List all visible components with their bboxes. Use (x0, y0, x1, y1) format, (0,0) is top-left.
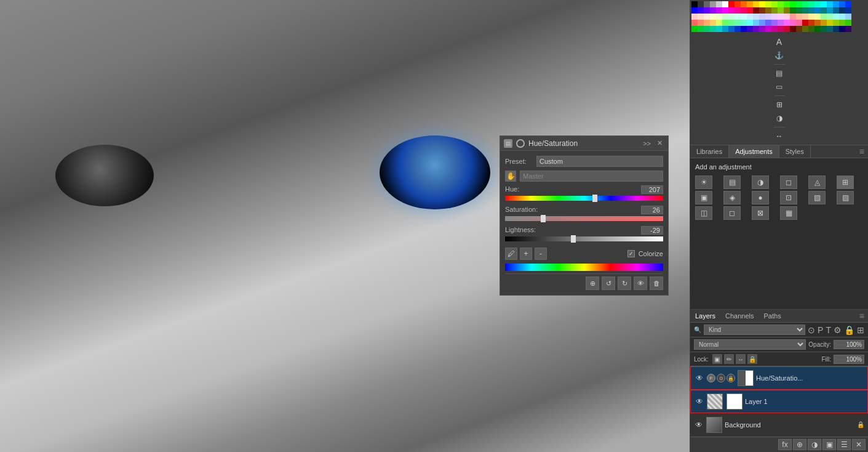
color-swatch[interactable] (722, 20, 728, 26)
opacity-input[interactable]: 100% (834, 340, 864, 349)
color-swatch[interactable] (827, 14, 833, 20)
color-swatch[interactable] (698, 1, 704, 7)
color-swatch[interactable] (802, 26, 808, 32)
color-swatch[interactable] (759, 1, 765, 7)
color-swatch[interactable] (691, 1, 698, 7)
color-swatch[interactable] (790, 7, 796, 14)
color-swatch[interactable] (765, 1, 771, 7)
color-swatch[interactable] (759, 7, 765, 14)
color-swatch[interactable] (784, 1, 790, 7)
lightness-thumb[interactable] (571, 235, 576, 243)
color-swatch[interactable] (735, 20, 741, 26)
exposure-btn[interactable]: ◻ (780, 176, 797, 189)
layer-item-hue-sat[interactable]: 👁 F ⊙ 🔒 Hue/Saturatio... (690, 366, 868, 390)
color-swatch[interactable] (784, 7, 790, 14)
brightness-contrast-btn[interactable]: ☀ (695, 176, 712, 189)
color-swatch[interactable] (704, 7, 710, 14)
color-swatch[interactable] (802, 20, 808, 26)
color-swatch[interactable] (771, 14, 778, 20)
color-swatch[interactable] (833, 20, 839, 26)
color-swatch[interactable] (833, 26, 839, 32)
3d-tool-btn[interactable]: ⊞ (773, 99, 786, 111)
color-tool-btn[interactable]: ◑ (773, 112, 786, 124)
layer-visibility-hue-sat[interactable]: 👁 (695, 373, 704, 383)
visibility-btn[interactable]: 👁 (634, 276, 647, 290)
color-swatch[interactable] (778, 20, 784, 26)
layers-menu-btn[interactable]: ≡ (856, 310, 868, 322)
layer-visibility-background[interactable]: 👁 (694, 420, 704, 430)
lightness-value[interactable]: -29 (641, 226, 663, 235)
photo-filter-btn[interactable]: ● (752, 191, 769, 204)
layer-group-btn[interactable]: ▣ (822, 439, 836, 450)
color-swatch[interactable] (747, 26, 753, 32)
color-swatch[interactable] (691, 20, 698, 26)
layer-adj-add-btn[interactable]: ◑ (808, 439, 821, 450)
channel-mixer-btn[interactable]: ⊡ (780, 191, 797, 204)
color-swatch[interactable] (845, 14, 851, 20)
color-swatch[interactable] (716, 20, 722, 26)
black-white-btn[interactable]: ◈ (723, 191, 741, 204)
color-swatch[interactable] (808, 26, 814, 32)
layer-type-icon4[interactable]: 🔒 (844, 325, 854, 335)
color-swatch[interactable] (784, 14, 790, 20)
clip-to-below-btn[interactable]: ⊕ (586, 276, 599, 290)
color-swatch[interactable] (802, 1, 808, 7)
color-swatch[interactable] (741, 20, 747, 26)
color-swatch[interactable] (698, 7, 704, 14)
target-adjust-icon[interactable]: ✋ (505, 171, 516, 182)
eyedropper-remove-btn[interactable]: - (535, 248, 547, 260)
color-swatch[interactable] (814, 20, 821, 26)
color-swatch[interactable] (845, 26, 851, 32)
color-swatch[interactable] (753, 7, 759, 14)
move-tool-btn[interactable]: ↔ (773, 130, 786, 142)
color-swatch[interactable] (704, 1, 710, 7)
hue-track[interactable] (505, 196, 663, 201)
eyedropper-btn[interactable]: 🖊 (505, 248, 517, 260)
color-swatch[interactable] (796, 7, 802, 14)
layer-new-btn[interactable]: ☰ (837, 439, 851, 450)
tab-paths[interactable]: Paths (759, 310, 786, 322)
color-swatch[interactable] (765, 26, 771, 32)
color-swatch[interactable] (784, 26, 790, 32)
layer-item-layer1[interactable]: 👁 Layer 1 (690, 390, 868, 413)
lock-all-btn[interactable]: 🔒 (747, 354, 757, 364)
color-swatch[interactable] (802, 14, 808, 20)
color-swatch[interactable] (839, 20, 845, 26)
color-swatch[interactable] (710, 7, 716, 14)
color-swatch[interactable] (833, 1, 839, 7)
color-swatch[interactable] (796, 1, 802, 7)
color-swatch[interactable] (741, 14, 747, 20)
color-swatch[interactable] (735, 26, 741, 32)
color-swatch[interactable] (691, 7, 698, 14)
color-swatch[interactable] (814, 1, 821, 7)
color-swatch[interactable] (753, 26, 759, 32)
color-swatch[interactable] (722, 14, 728, 20)
color-swatch[interactable] (778, 14, 784, 20)
threshold-btn[interactable]: ◻ (723, 206, 741, 220)
lightness-track[interactable] (505, 236, 663, 241)
color-swatch[interactable] (747, 14, 753, 20)
eyedropper-add-btn[interactable]: + (520, 248, 532, 260)
color-swatch[interactable] (753, 1, 759, 7)
vibrance-btn[interactable]: ◬ (808, 176, 826, 189)
color-swatch[interactable] (691, 14, 698, 20)
lock-transparent-btn[interactable]: ▣ (712, 354, 722, 364)
color-swatch[interactable] (796, 20, 802, 26)
color-swatch[interactable] (808, 7, 814, 14)
tab-channels[interactable]: Channels (720, 310, 759, 322)
tab-adjustments[interactable]: Adjustments (729, 145, 779, 158)
color-swatch[interactable] (845, 7, 851, 14)
color-swatch[interactable] (778, 1, 784, 7)
color-swatch[interactable] (845, 20, 851, 26)
color-swatch[interactable] (698, 26, 704, 32)
color-swatch[interactable] (728, 20, 735, 26)
levels-btn[interactable]: ▤ (723, 176, 741, 189)
color-swatch[interactable] (814, 7, 821, 14)
color-swatch[interactable] (790, 20, 796, 26)
color-swatch[interactable] (753, 14, 759, 20)
color-swatch[interactable] (728, 14, 735, 20)
layer-type-icon3[interactable]: ⚙ (834, 325, 842, 335)
layers-tool-btn[interactable]: ▤ (773, 67, 786, 79)
properties-close-btn[interactable]: ✕ (655, 139, 664, 148)
color-swatch[interactable] (845, 1, 851, 7)
